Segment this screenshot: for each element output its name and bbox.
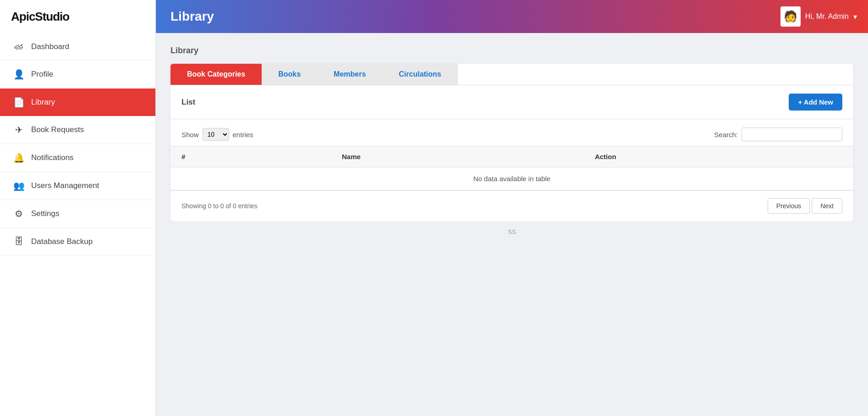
col-number: # bbox=[170, 146, 331, 167]
tab-circulations[interactable]: Circulations bbox=[382, 64, 457, 85]
footer-text: SS bbox=[508, 228, 516, 235]
list-header: List + Add New bbox=[170, 85, 853, 119]
show-entries-control: Show 10 25 50 100 entries bbox=[181, 128, 253, 141]
tab-members[interactable]: Members bbox=[317, 64, 382, 85]
sidebar-item-profile[interactable]: 👤 Profile bbox=[0, 61, 155, 89]
sidebar-item-users-management[interactable]: 👥 Users Management bbox=[0, 172, 155, 200]
book-requests-icon: ✈ bbox=[13, 124, 25, 135]
pagination: Showing 0 to 0 of 0 entries Previous Nex… bbox=[170, 190, 853, 221]
sidebar-item-label: Dashboard bbox=[31, 42, 69, 51]
show-label: Show bbox=[181, 131, 199, 139]
previous-button[interactable]: Previous bbox=[768, 198, 810, 214]
search-area: Search: bbox=[714, 128, 842, 141]
entries-label: entries bbox=[233, 131, 253, 139]
table-controls: Show 10 25 50 100 entries Search: bbox=[170, 119, 853, 146]
footer: SS bbox=[170, 221, 853, 243]
sidebar-item-label: Notifications bbox=[31, 153, 74, 162]
users-icon: 👥 bbox=[13, 180, 25, 191]
search-input[interactable] bbox=[742, 128, 842, 141]
app-logo: ApicStudio bbox=[11, 10, 69, 24]
data-table: # Name Action No data available in table bbox=[170, 146, 853, 190]
sidebar-item-label: Library bbox=[31, 98, 55, 107]
sidebar-item-notifications[interactable]: 🔔 Notifications bbox=[0, 144, 155, 172]
avatar: 🧑 bbox=[780, 6, 801, 27]
header-title: Library bbox=[156, 9, 780, 24]
pagination-info: Showing 0 to 0 of 0 entries bbox=[181, 202, 258, 210]
sidebar-item-book-requests[interactable]: ✈ Book Requests bbox=[0, 116, 155, 144]
sidebar-item-label: Users Management bbox=[31, 181, 99, 190]
sidebar-item-label: Database Backup bbox=[31, 237, 93, 246]
dashboard-icon: 🏎 bbox=[13, 41, 25, 52]
col-name: Name bbox=[331, 146, 584, 167]
user-menu[interactable]: 🧑 Hi, Mr. Admin ▾ bbox=[780, 6, 857, 27]
next-button[interactable]: Next bbox=[812, 198, 842, 214]
entries-select[interactable]: 10 25 50 100 bbox=[203, 128, 229, 141]
layout: 🏎 Dashboard 👤 Profile 📄 Library ✈ Book R… bbox=[0, 33, 868, 416]
tab-book-categories[interactable]: Book Categories bbox=[170, 64, 262, 85]
table-empty-row: No data available in table bbox=[170, 167, 853, 190]
sidebar-item-dashboard[interactable]: 🏎 Dashboard bbox=[0, 33, 155, 61]
main-content: Library Book Categories Books Members Ci… bbox=[156, 33, 868, 416]
chevron-down-icon: ▾ bbox=[853, 12, 857, 21]
profile-icon: 👤 bbox=[13, 69, 25, 80]
col-action: Action bbox=[584, 146, 853, 167]
search-label: Search: bbox=[714, 131, 738, 139]
sidebar-item-settings[interactable]: ⚙ Settings bbox=[0, 200, 155, 228]
notifications-icon: 🔔 bbox=[13, 152, 25, 163]
table-header-row: # Name Action bbox=[170, 146, 853, 167]
tabs: Book Categories Books Members Circulatio… bbox=[170, 64, 853, 85]
sidebar-item-label: Profile bbox=[31, 70, 53, 79]
sidebar: 🏎 Dashboard 👤 Profile 📄 Library ✈ Book R… bbox=[0, 33, 156, 416]
logo-area: ApicStudio bbox=[0, 0, 156, 33]
empty-message: No data available in table bbox=[170, 167, 853, 190]
header: ApicStudio Library 🧑 Hi, Mr. Admin ▾ bbox=[0, 0, 868, 33]
sidebar-item-label: Book Requests bbox=[31, 125, 84, 134]
tab-books[interactable]: Books bbox=[262, 64, 317, 85]
settings-icon: ⚙ bbox=[13, 208, 25, 219]
breadcrumb: Library bbox=[170, 46, 853, 55]
add-new-button[interactable]: + Add New bbox=[789, 94, 842, 111]
sidebar-item-database-backup[interactable]: 🗄 Database Backup bbox=[0, 228, 155, 255]
sidebar-item-library[interactable]: 📄 Library bbox=[0, 89, 155, 116]
sidebar-item-label: Settings bbox=[31, 209, 59, 218]
pagination-buttons: Previous Next bbox=[768, 198, 842, 214]
library-card: Book Categories Books Members Circulatio… bbox=[170, 64, 853, 221]
user-greeting: Hi, Mr. Admin bbox=[805, 12, 849, 21]
library-icon: 📄 bbox=[13, 97, 25, 108]
database-icon: 🗄 bbox=[13, 236, 25, 247]
list-title: List bbox=[181, 98, 195, 107]
